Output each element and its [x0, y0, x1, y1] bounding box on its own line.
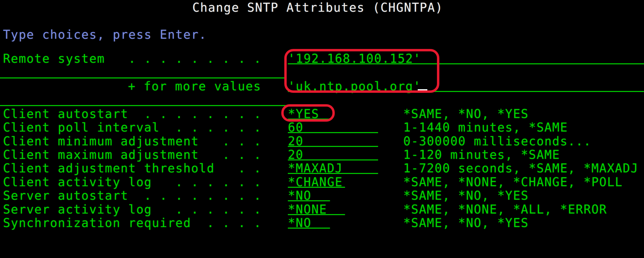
server-autostart-input[interactable]: *NO	[288, 190, 311, 202]
remote-system-input-continuation[interactable]	[0, 77, 286, 78]
allowed-values: 1-1440 minutes, *SAME	[403, 121, 568, 133]
allowed-values: 1-7200 seconds, *SAME, *MAXADJ	[403, 162, 638, 174]
field-label: Client adjustment threshold . .	[3, 162, 262, 174]
allowed-values: 0-300000 milliseconds...	[403, 135, 591, 147]
field-label: Synchronization required . . . .	[3, 217, 262, 229]
param-row-server-autostart: Server autostart . . . . . . . . *NO *SA…	[0, 190, 644, 203]
client-poll-interval-input[interactable]: 60	[288, 121, 304, 133]
client-maximum-adjustment-input[interactable]: 20	[288, 149, 304, 161]
instruction-text: Type choices, press Enter.	[3, 29, 207, 41]
allowed-values: *SAME, *NO, *YES	[403, 190, 529, 202]
field-label: Client maximum adjustment . . .	[3, 149, 262, 161]
allowed-values: *SAME, *NONE, *ALL, *ERROR	[403, 203, 607, 215]
param-row-client-maximum-adjustment: Client maximum adjustment . . . 20 1-120…	[0, 149, 644, 162]
annotation-remote-system-highlight	[284, 49, 439, 93]
allowed-values: *SAME, *NO, *YES	[403, 217, 529, 229]
more-values-label: + for more values	[128, 80, 261, 92]
client-maximum-adjustment-underline[interactable]	[288, 159, 378, 160]
allowed-values: *SAME, *NO, *YES	[403, 108, 529, 120]
field-label: Server activity log . . . . . .	[3, 203, 262, 215]
annotation-client-autostart-highlight	[281, 104, 335, 122]
server-autostart-underline[interactable]	[288, 200, 330, 201]
additional-input-continuation[interactable]	[0, 105, 289, 106]
server-activity-log-underline[interactable]	[288, 214, 345, 215]
field-label: Server autostart . . . . . . . .	[3, 190, 262, 202]
terminal-screen: Change SNTP Attributes (CHGNTPA) Type ch…	[0, 0, 644, 258]
param-row-client-minimum-adjustment: Client minimum adjustment . . . 20 0-300…	[0, 135, 644, 149]
server-activity-log-input[interactable]: *NONE	[288, 203, 327, 215]
client-activity-log-input[interactable]: *CHANGE	[288, 176, 343, 188]
client-adjustment-threshold-underline[interactable]	[288, 173, 378, 174]
field-label: Client activity log . . . . . .	[3, 176, 262, 188]
synchronization-required-input[interactable]: *NO	[288, 217, 311, 229]
page-title: Change SNTP Attributes (CHGNTPA)	[192, 2, 443, 14]
allowed-values: 1-120 minutes, *SAME	[403, 149, 560, 161]
field-label-remote-system: Remote system . . . . . . . . .	[3, 53, 262, 65]
param-row-client-poll-interval: Client poll interval . . . . . . 60 1-14…	[0, 121, 644, 135]
param-row-server-activity-log: Server activity log . . . . . . *NONE *S…	[0, 203, 644, 217]
client-activity-log-underline[interactable]	[288, 187, 345, 188]
client-poll-interval-underline[interactable]	[288, 132, 378, 133]
field-label: Client poll interval . . . . . .	[3, 121, 262, 133]
param-row-synchronization-required: Synchronization required . . . . *NO *SA…	[0, 217, 644, 230]
client-minimum-adjustment-underline[interactable]	[288, 146, 378, 147]
client-adjustment-threshold-input[interactable]: *MAXADJ	[288, 162, 343, 174]
allowed-values: *SAME, *NONE, *CHANGE, *POLL	[403, 176, 623, 188]
field-label: Client autostart . . . . . . . .	[3, 108, 262, 120]
param-row-client-adjustment-threshold: Client adjustment threshold . . *MAXADJ …	[0, 162, 644, 176]
field-label: Client minimum adjustment . . .	[3, 135, 262, 147]
param-row-client-activity-log: Client activity log . . . . . . *CHANGE …	[0, 176, 644, 190]
client-minimum-adjustment-input[interactable]: 20	[288, 135, 304, 147]
synchronization-required-underline[interactable]	[288, 228, 330, 229]
